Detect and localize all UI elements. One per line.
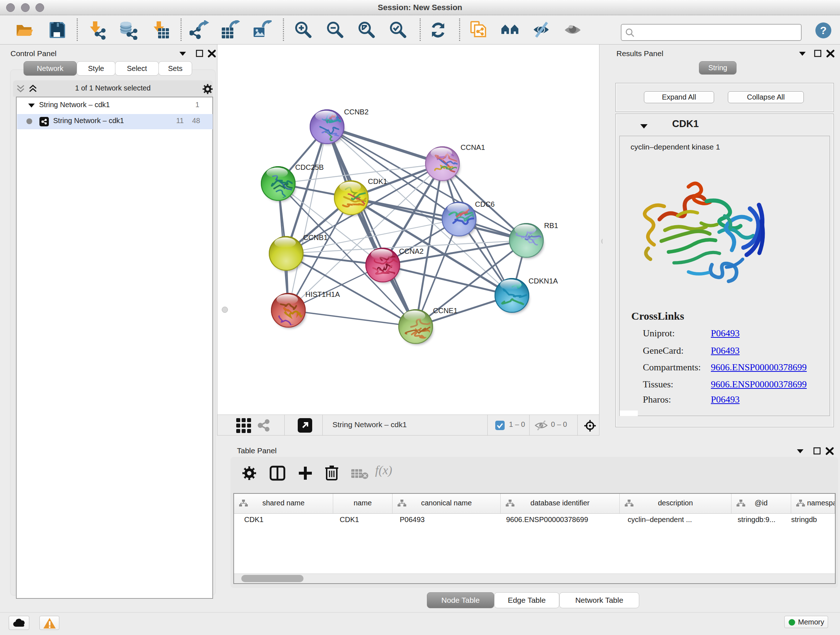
svg-text:CCNE1: CCNE1 (433, 307, 458, 315)
svg-text:CDKN1A: CDKN1A (529, 277, 558, 285)
svg-text:CDC25B: CDC25B (295, 163, 324, 171)
svg-text:CDC6: CDC6 (475, 200, 494, 208)
svg-text:CCNB2: CCNB2 (344, 108, 369, 116)
svg-text:CDK1: CDK1 (368, 177, 387, 185)
svg-text:CCNB1: CCNB1 (303, 233, 328, 241)
svg-text:RB1: RB1 (544, 222, 558, 230)
svg-text:HIST1H1A: HIST1H1A (305, 290, 340, 298)
svg-text:CCNA1: CCNA1 (461, 143, 485, 151)
svg-text:CCNA2: CCNA2 (399, 247, 424, 255)
svg-text:?: ? (820, 24, 827, 36)
